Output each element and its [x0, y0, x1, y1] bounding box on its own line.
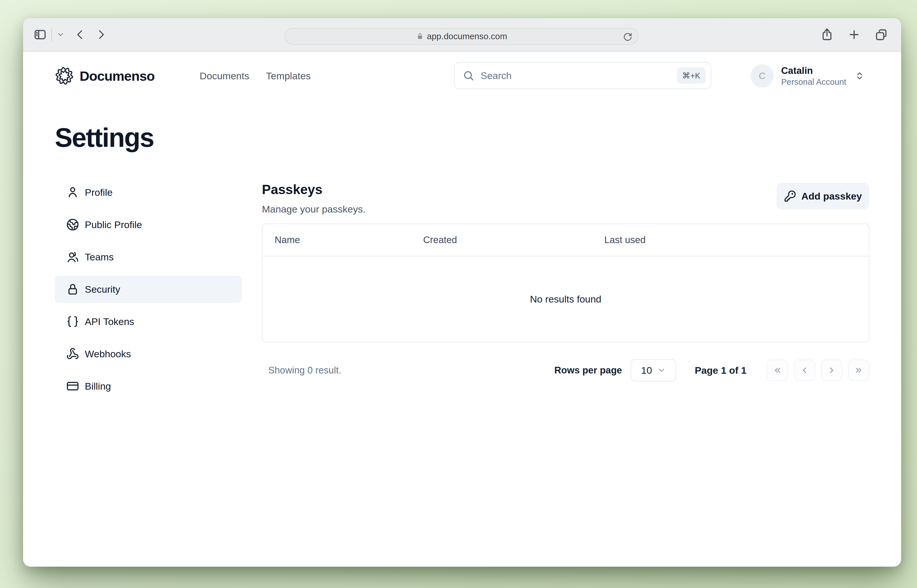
lock-icon [66, 283, 79, 296]
main-nav: Documents Templates [200, 61, 311, 90]
key-icon [784, 190, 796, 202]
chevron-left-icon [800, 366, 809, 375]
url-text: app.documenso.com [427, 31, 508, 41]
sidebar-item-label: Profile [85, 187, 113, 198]
address-bar[interactable]: app.documenso.com [285, 28, 639, 45]
user-name: Catalin [781, 65, 846, 76]
first-page-button[interactable] [767, 360, 788, 381]
users-icon [66, 250, 79, 263]
page-status: Page 1 of 1 [695, 365, 747, 376]
sidebar-item-label: API Tokens [85, 316, 134, 327]
sidebar-item-public-profile[interactable]: Public Profile [55, 211, 242, 238]
tab-overview-icon[interactable] [875, 28, 888, 41]
sidebar-item-security[interactable]: Security [55, 276, 242, 303]
sidebar-item-label: Public Profile [85, 219, 142, 230]
page-title: Settings [55, 123, 901, 153]
results-count: Showing 0 result. [262, 365, 341, 376]
brand-name: Documenso [79, 68, 155, 84]
chevron-right-icon [827, 366, 836, 375]
last-page-button[interactable] [848, 360, 869, 381]
documenso-logo-icon [55, 66, 74, 86]
column-header-created: Created [411, 234, 592, 246]
column-header-name: Name [262, 234, 411, 246]
next-page-button[interactable] [821, 360, 842, 381]
brand-logo[interactable]: Documenso [55, 61, 155, 90]
sidebar-item-webhooks[interactable]: Webhooks [55, 340, 242, 367]
sidebar-item-billing[interactable]: Billing [55, 373, 242, 400]
chevrons-up-down-icon [854, 71, 865, 81]
search-placeholder: Search [480, 70, 512, 81]
webhook-icon [66, 347, 79, 360]
search-shortcut-badge: ⌘+K [677, 68, 705, 84]
add-passkey-button[interactable]: Add passkey [776, 183, 869, 209]
sidebar-item-label: Billing [85, 381, 111, 392]
table-footer: Showing 0 result. Rows per page 10 Page … [262, 359, 869, 381]
braces-icon [66, 315, 79, 328]
previous-page-button[interactable] [794, 360, 815, 381]
passkeys-panel: Passkeys Manage your passkeys. Add passk… [262, 179, 869, 405]
sidebar-item-label: Security [85, 284, 120, 295]
passkeys-table: NameCreatedLast used No results found [262, 223, 869, 342]
rows-per-page-label: Rows per page [555, 365, 622, 376]
browser-toolbar: app.documenso.com [23, 18, 901, 52]
sidebar-toggle-icon[interactable] [34, 28, 47, 41]
pagination [767, 360, 869, 381]
avatar: C [750, 64, 774, 87]
new-tab-icon[interactable] [847, 28, 861, 41]
credit-card-icon [66, 380, 79, 393]
back-icon[interactable] [74, 29, 86, 40]
search-icon [463, 70, 474, 81]
table-header-row: NameCreatedLast used [262, 224, 869, 256]
sidebar-item-label: Teams [85, 252, 114, 263]
chevrons-left-icon [773, 366, 782, 375]
user-account-type: Personal Account [781, 77, 846, 87]
chevron-down-icon [657, 366, 666, 375]
section-title: Passkeys [262, 182, 366, 197]
search-input[interactable]: Search ⌘+K [454, 62, 711, 89]
toolbar-divider [51, 28, 52, 41]
sidebar-item-teams[interactable]: Teams [55, 243, 242, 270]
sidebar-item-api-tokens[interactable]: API Tokens [55, 308, 242, 335]
nav-link-templates[interactable]: Templates [266, 70, 311, 82]
rows-per-page-select[interactable]: 10 [631, 359, 676, 381]
rows-per-page-value: 10 [641, 365, 652, 376]
add-passkey-label: Add passkey [801, 191, 862, 202]
settings-sidebar: ProfilePublic ProfileTeamsSecurityAPI To… [55, 179, 242, 405]
chevrons-right-icon [854, 366, 864, 375]
column-header-last-used: Last used [592, 234, 869, 246]
app-header: Documenso Documents Templates Search ⌘+K… [23, 61, 901, 90]
user-menu[interactable]: C Catalin Personal Account [750, 63, 865, 89]
table-empty-state: No results found [262, 256, 869, 342]
globe-icon [66, 218, 79, 231]
forward-icon[interactable] [95, 29, 107, 40]
sidebar-item-label: Webhooks [85, 348, 131, 360]
user-icon [66, 186, 79, 199]
share-icon[interactable] [820, 28, 834, 41]
nav-link-documents[interactable]: Documents [200, 70, 249, 82]
reload-icon[interactable] [623, 32, 632, 42]
toolbar-chevron-down-icon[interactable] [57, 31, 65, 39]
browser-window: app.documenso.com Documenso Documents Te… [23, 18, 901, 567]
tls-lock-icon [416, 32, 424, 40]
sidebar-item-profile[interactable]: Profile [55, 179, 242, 206]
section-subtitle: Manage your passkeys. [262, 204, 366, 215]
